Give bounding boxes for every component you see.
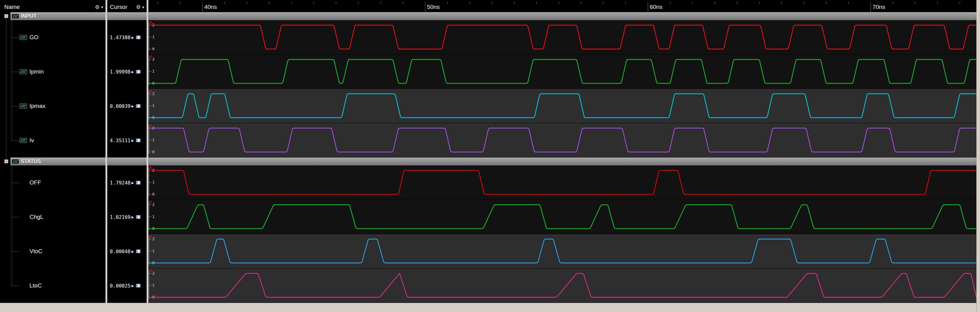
waveform-trace-OFF [148, 170, 976, 194]
timeline-tick-label: 70ns [873, 4, 885, 10]
waveform-row-Ipmin[interactable]: 210 [148, 55, 976, 89]
value-format-icon[interactable] [136, 181, 140, 185]
name-panel-header: Name ⚙ ▾ [2, 2, 105, 12]
tree-branch [12, 106, 19, 106]
expand-value-arrow-icon[interactable]: ▶ [131, 70, 134, 74]
waveform-row-GO[interactable]: 210 [148, 20, 976, 55]
waveform-row-VtoC[interactable]: 210 [148, 234, 976, 268]
waveform-trace-GO [148, 25, 976, 49]
waveform-row-ChgL[interactable]: 210 [148, 200, 976, 234]
signal-row-OFF[interactable]: OFF [2, 166, 105, 200]
signal-row-ChgL[interactable]: ChgL [2, 200, 105, 234]
waveform-row-LtoC[interactable]: 210 [148, 268, 976, 303]
group-label: STATUS [21, 158, 41, 165]
tree-branch [12, 217, 19, 217]
row-marker-icon [149, 166, 151, 169]
signal-row-GO[interactable]: GO [2, 20, 105, 55]
waveform-canvas-VtoC[interactable]: 210 [148, 234, 976, 268]
cursor-value: 1.02169 [110, 214, 130, 220]
row-marker-icon [149, 55, 151, 58]
chevron-down-icon[interactable]: ▾ [101, 5, 103, 10]
gear-icon[interactable]: ⚙ [95, 4, 99, 10]
group-header-STATUS[interactable]: STATUS [10, 158, 105, 166]
group-bar-cursor-INPUT [107, 12, 147, 20]
cursor-value: 4.35111 [110, 138, 130, 143]
group-row-INPUT: −INPUT [2, 12, 105, 20]
horizontal-scrollbar[interactable] [0, 303, 980, 312]
expand-value-arrow-icon[interactable]: ▶ [131, 181, 134, 185]
signal-wave-icon [20, 69, 27, 74]
cursor-row-VtoC: 0.00048▶ [107, 234, 147, 268]
signal-row-LtoC[interactable]: LtoC [2, 268, 105, 303]
cursor-value: 1.79248 [110, 180, 130, 186]
cursor-value: 0.00025 [110, 283, 130, 289]
waveform-canvas-Ipmax[interactable]: 210 [148, 89, 976, 123]
signal-row-Ipmax[interactable]: Ipmax [2, 89, 105, 123]
value-format-icon[interactable] [136, 36, 140, 39]
waveform-row-Iv[interactable]: 210 [148, 123, 976, 158]
axis-tick-label: 1 [152, 138, 154, 142]
expand-value-arrow-icon[interactable]: ▶ [131, 250, 134, 253]
value-format-icon[interactable] [136, 215, 140, 219]
axis-tick-label: 1 [152, 180, 154, 185]
timeline-tick-label: 60ns [650, 4, 662, 10]
group-wave-icon [12, 14, 19, 19]
waveform-canvas-Iv[interactable]: 210 [148, 123, 976, 158]
waveform-trace-Ipmin [148, 59, 976, 83]
group-header-INPUT[interactable]: INPUT [10, 12, 105, 20]
expand-value-arrow-icon[interactable]: ▶ [131, 105, 134, 108]
cursor-row-Iv: 4.35111▶ [107, 123, 147, 158]
waveform-canvas-OFF[interactable]: 210 [148, 166, 976, 200]
axis-tick-label: 2 [152, 57, 154, 62]
value-format-icon[interactable] [136, 139, 140, 142]
axis-tick-label: 1 [152, 103, 154, 108]
cursor-row-OFF: 1.79248▶ [107, 166, 147, 200]
waveform-canvas-ChgL[interactable]: 210 [148, 200, 976, 234]
timeline-ruler[interactable]: 40ns50ns60ns70ns [148, 2, 976, 12]
row-marker-icon [149, 269, 151, 272]
waveform-trace-Iv [148, 128, 976, 152]
expand-value-arrow-icon[interactable]: ▶ [131, 139, 134, 142]
expand-value-arrow-icon[interactable]: ▶ [131, 215, 134, 219]
expand-value-arrow-icon[interactable]: ▶ [131, 284, 134, 287]
value-format-icon[interactable] [136, 104, 140, 108]
signal-name-label: Ipmin [29, 68, 44, 75]
signal-row-Ipmin[interactable]: Ipmin [2, 55, 105, 89]
vertical-scrollbar[interactable] [976, 0, 980, 312]
signal-row-Iv[interactable]: Iv [2, 123, 105, 158]
axis-tick-label: 1 [152, 249, 154, 253]
cursor-row-LtoC: 0.00025▶ [107, 268, 147, 303]
axis-tick-label: 0 [152, 192, 154, 196]
signal-row-VtoC[interactable]: VtoC [2, 234, 105, 268]
value-format-icon[interactable] [136, 249, 140, 253]
group-row-STATUS: −STATUS [2, 158, 105, 166]
group-bar-wave-STATUS [148, 158, 976, 166]
chevron-down-icon[interactable]: ▾ [142, 5, 144, 10]
waveform-canvas-LtoC[interactable]: 210 [148, 268, 976, 303]
axis-tick-label: 2 [152, 91, 154, 96]
name-header-label: Name [4, 4, 20, 10]
signal-wave-icon [20, 35, 27, 40]
signal-name-label: GO [29, 34, 39, 41]
cursor-panel-header: Cursor ⚙ ▾ [107, 2, 147, 12]
value-format-icon[interactable] [136, 70, 140, 74]
signal-name-label: VtoC [29, 248, 42, 255]
cursor-row-ChgL: 1.02169▶ [107, 200, 147, 234]
gear-icon[interactable]: ⚙ [136, 4, 140, 10]
waveform-canvas-GO[interactable]: 210 [148, 20, 976, 55]
tree-branch [12, 72, 19, 72]
axis-tick-label: 0 [152, 150, 154, 154]
expand-value-arrow-icon[interactable]: ▶ [131, 36, 134, 39]
value-format-icon[interactable] [136, 284, 140, 287]
panel-splitter[interactable] [147, 0, 148, 312]
signal-name-label: OFF [29, 179, 41, 186]
waveform-row-Ipmax[interactable]: 210 [148, 89, 976, 123]
cursor-row-Ipmax: 0.00039▶ [107, 89, 147, 123]
panel-splitter[interactable] [105, 0, 107, 312]
signal-name-panel: Name ⚙ ▾ −INPUTGOIpminIpmaxIv−STATUSOFFC… [2, 2, 105, 303]
cursor-header-label: Cursor [110, 4, 127, 10]
cursor-row-GO: 1.47388▶ [107, 20, 147, 55]
waveform-canvas-Ipmin[interactable]: 210 [148, 55, 976, 89]
waveform-row-OFF[interactable]: 210 [148, 166, 976, 200]
collapse-icon[interactable]: − [4, 14, 8, 18]
